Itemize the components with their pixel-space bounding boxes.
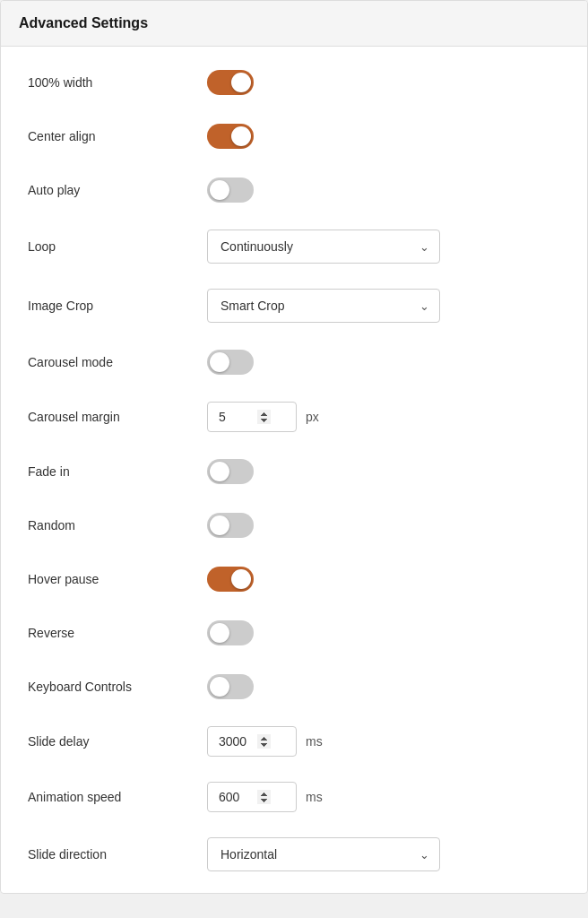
label-hover-pause: Hover pause — [28, 572, 207, 586]
control-slide-delay: ms — [207, 726, 560, 757]
number-wrapper-carousel-margin — [207, 402, 297, 432]
number-input-animation-speed[interactable] — [207, 782, 297, 812]
advanced-settings-panel: Advanced Settings 100% widthCenter align… — [0, 0, 588, 894]
label-slide-direction: Slide direction — [28, 847, 207, 862]
label-fade-in: Fade in — [28, 464, 207, 479]
setting-row-image-crop: Image CropSmart CropNoneFillFit⌄ — [1, 276, 587, 335]
select-image-crop[interactable]: Smart CropNoneFillFit — [207, 289, 440, 323]
label-loop: Loop — [28, 239, 207, 254]
label-animation-speed: Animation speed — [28, 790, 207, 804]
unit-label-carousel-margin: px — [306, 410, 319, 424]
setting-row-carousel-margin: Carousel marginpx — [1, 389, 587, 445]
toggle-thumb-full-width — [231, 73, 251, 92]
control-animation-speed: ms — [207, 782, 560, 812]
select-wrapper-loop: ContinuouslyOnceTwiceNever⌄ — [207, 230, 440, 264]
control-loop: ContinuouslyOnceTwiceNever⌄ — [207, 230, 560, 264]
panel-header: Advanced Settings — [1, 1, 587, 47]
label-auto-play: Auto play — [28, 183, 207, 197]
number-wrapper-slide-delay — [207, 726, 297, 757]
select-wrapper-image-crop: Smart CropNoneFillFit⌄ — [207, 289, 440, 323]
setting-row-auto-play: Auto play — [1, 163, 587, 217]
toggle-random[interactable] — [207, 513, 254, 538]
toggle-thumb-random — [210, 515, 229, 535]
toggle-hover-pause[interactable] — [207, 567, 254, 592]
control-fade-in — [207, 459, 560, 484]
setting-row-slide-direction: Slide directionHorizontalVertical⌄ — [1, 825, 587, 884]
control-hover-pause — [207, 567, 560, 592]
control-keyboard-controls — [207, 674, 560, 699]
toggle-thumb-carousel-mode — [210, 352, 229, 372]
toggle-reverse[interactable] — [207, 620, 254, 645]
toggle-fade-in[interactable] — [207, 459, 254, 484]
control-carousel-mode — [207, 350, 560, 375]
setting-row-loop: LoopContinuouslyOnceTwiceNever⌄ — [1, 217, 587, 276]
select-slide-direction[interactable]: HorizontalVertical — [207, 837, 440, 871]
label-center-align: Center align — [28, 129, 207, 143]
setting-row-center-align: Center align — [1, 109, 587, 163]
setting-row-animation-speed: Animation speedms — [1, 769, 587, 825]
toggle-carousel-mode[interactable] — [207, 350, 254, 375]
label-carousel-margin: Carousel margin — [28, 410, 207, 424]
toggle-thumb-center-align — [231, 126, 251, 146]
label-full-width: 100% width — [28, 75, 207, 90]
toggle-thumb-fade-in — [210, 462, 229, 481]
toggle-center-align[interactable] — [207, 124, 254, 149]
toggle-thumb-reverse — [210, 623, 229, 643]
setting-row-random: Random — [1, 498, 587, 552]
control-slide-direction: HorizontalVertical⌄ — [207, 837, 560, 871]
toggle-thumb-hover-pause — [231, 569, 251, 589]
setting-row-fade-in: Fade in — [1, 445, 587, 498]
toggle-thumb-keyboard-controls — [210, 677, 229, 697]
panel-title: Advanced Settings — [19, 15, 569, 31]
control-reverse — [207, 620, 560, 645]
control-carousel-margin: px — [207, 402, 560, 432]
setting-row-reverse: Reverse — [1, 606, 587, 660]
number-wrapper-animation-speed — [207, 782, 297, 812]
setting-row-full-width: 100% width — [1, 56, 587, 109]
toggle-thumb-auto-play — [210, 180, 229, 200]
number-input-slide-delay[interactable] — [207, 726, 297, 757]
label-image-crop: Image Crop — [28, 299, 207, 313]
toggle-auto-play[interactable] — [207, 178, 254, 203]
setting-row-hover-pause: Hover pause — [1, 552, 587, 606]
control-image-crop: Smart CropNoneFillFit⌄ — [207, 289, 560, 323]
settings-body: 100% widthCenter alignAuto playLoopConti… — [1, 47, 587, 893]
select-wrapper-slide-direction: HorizontalVertical⌄ — [207, 837, 440, 871]
unit-label-slide-delay: ms — [306, 734, 323, 749]
setting-row-slide-delay: Slide delayms — [1, 714, 587, 769]
control-center-align — [207, 124, 560, 149]
label-random: Random — [28, 518, 207, 533]
unit-label-animation-speed: ms — [306, 790, 323, 804]
label-reverse: Reverse — [28, 626, 207, 640]
control-full-width — [207, 70, 560, 95]
control-random — [207, 513, 560, 538]
label-slide-delay: Slide delay — [28, 734, 207, 749]
setting-row-keyboard-controls: Keyboard Controls — [1, 660, 587, 714]
control-auto-play — [207, 178, 560, 203]
toggle-full-width[interactable] — [207, 70, 254, 95]
label-carousel-mode: Carousel mode — [28, 355, 207, 369]
select-loop[interactable]: ContinuouslyOnceTwiceNever — [207, 230, 440, 264]
toggle-keyboard-controls[interactable] — [207, 674, 254, 699]
setting-row-carousel-mode: Carousel mode — [1, 335, 587, 389]
number-input-carousel-margin[interactable] — [207, 402, 297, 432]
label-keyboard-controls: Keyboard Controls — [28, 680, 207, 694]
